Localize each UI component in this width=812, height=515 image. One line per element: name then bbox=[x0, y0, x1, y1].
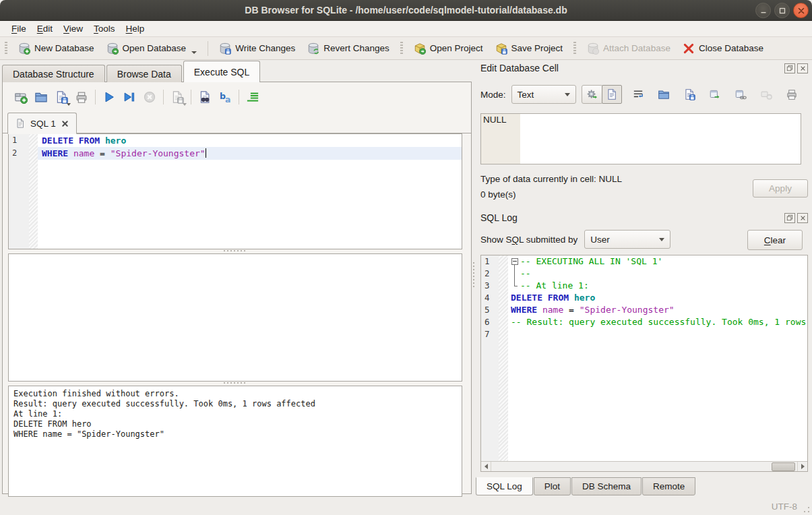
attach-database-icon bbox=[587, 42, 599, 55]
open-database-button[interactable]: Open Database bbox=[100, 40, 204, 57]
code-token: name bbox=[73, 148, 94, 158]
document-icon bbox=[15, 118, 26, 129]
toolbar-button-label: Open Project bbox=[430, 43, 483, 53]
new-database-button[interactable]: New Database bbox=[12, 40, 100, 57]
toolbar-separator bbox=[239, 90, 239, 104]
titlebar: DB Browser for SQLite - /home/user/code/… bbox=[0, 0, 812, 21]
log-line: WHERE name = "Spider-Youngster" bbox=[508, 304, 807, 316]
fold-marker-icon[interactable] bbox=[511, 255, 520, 268]
sql-doc-tab-label: SQL 1 bbox=[30, 119, 56, 129]
minimize-button[interactable] bbox=[755, 3, 771, 18]
export-file-button[interactable] bbox=[680, 86, 699, 103]
dock-tab-sql-log[interactable]: SQL Log bbox=[476, 477, 533, 495]
autocomplete-button[interactable]: ba bbox=[215, 88, 235, 106]
sql-log-filter-label: Show SQL submitted by bbox=[480, 235, 577, 245]
mode-select[interactable]: Text bbox=[511, 85, 576, 104]
text-document-button[interactable] bbox=[602, 85, 622, 104]
tab-database-structure[interactable]: Database Structure bbox=[2, 65, 105, 82]
find-button[interactable] bbox=[195, 88, 215, 106]
save-sql-file-icon bbox=[55, 90, 68, 104]
scrollbar-thumb[interactable] bbox=[772, 462, 795, 471]
scroll-right-icon[interactable] bbox=[797, 462, 807, 471]
close-database-button[interactable]: Close Database bbox=[677, 40, 770, 57]
text-document-icon bbox=[606, 88, 618, 100]
toolbar-separator bbox=[163, 90, 164, 104]
log-line-numbers: 1234567 bbox=[481, 255, 499, 471]
revert-changes-button[interactable]: Revert Changes bbox=[301, 40, 396, 57]
open-in-window-icon bbox=[709, 88, 721, 100]
execution-message-area[interactable]: Execution finished without errors. Resul… bbox=[8, 386, 462, 497]
code-token: -- At line 1: bbox=[520, 280, 589, 291]
execute-all-button[interactable] bbox=[99, 88, 119, 106]
dock-tab-remote[interactable]: Remote bbox=[642, 477, 695, 495]
sql-editor[interactable]: 12 DELETE FROM heroWHERE name = "Spider-… bbox=[8, 133, 462, 249]
print-icon bbox=[75, 90, 88, 104]
splitter-grid-messages[interactable] bbox=[8, 380, 462, 386]
word-wrap-button[interactable] bbox=[629, 86, 648, 103]
log-line: -- bbox=[508, 268, 807, 280]
new-database-icon bbox=[18, 42, 30, 55]
apply-button[interactable]: Apply bbox=[753, 179, 808, 198]
vertical-splitter[interactable] bbox=[473, 262, 474, 289]
float-icon[interactable] bbox=[784, 213, 795, 223]
right-pane: Edit Database Cell Mode: Text NULL Type … bbox=[475, 60, 812, 499]
editor-code[interactable]: DELETE FROM heroWHERE name = "Spider-You… bbox=[38, 134, 462, 249]
toolbar-button-label: Save Project bbox=[511, 43, 563, 53]
auto-format-button[interactable] bbox=[582, 85, 603, 104]
menu-view[interactable]: View bbox=[58, 22, 88, 35]
float-icon[interactable] bbox=[784, 63, 795, 73]
menu-help[interactable]: Help bbox=[121, 22, 150, 35]
code-line: DELETE FROM hero bbox=[38, 134, 462, 147]
write-changes-button[interactable]: Write Changes bbox=[213, 40, 301, 57]
code-token: hero bbox=[105, 135, 126, 146]
cell-toolbar bbox=[602, 85, 801, 104]
dock-tab-plot[interactable]: Plot bbox=[534, 477, 571, 495]
tab-close-icon[interactable] bbox=[61, 119, 69, 128]
open-project-button[interactable]: Open Project bbox=[408, 40, 489, 57]
splitter-editor-grid[interactable] bbox=[8, 248, 462, 253]
menu-edit[interactable]: Edit bbox=[32, 22, 58, 35]
scroll-left-icon[interactable] bbox=[481, 462, 491, 471]
cell-value-editor[interactable]: NULL bbox=[480, 113, 801, 164]
save-sql-file-button[interactable] bbox=[51, 88, 71, 106]
chevron-down-icon bbox=[191, 51, 197, 54]
toolbar-grip bbox=[573, 42, 576, 55]
execute-line-button[interactable] bbox=[119, 88, 139, 106]
statusbar: UTF-8 bbox=[0, 499, 812, 515]
sql-doc-tab[interactable]: SQL 1 bbox=[7, 113, 77, 134]
fold-marker-icon bbox=[511, 280, 520, 292]
open-sql-file-button[interactable] bbox=[31, 88, 51, 106]
open-tab-button[interactable] bbox=[11, 88, 31, 106]
code-token: DELETE FROM bbox=[511, 293, 569, 303]
log-horizontal-scrollbar[interactable] bbox=[481, 461, 807, 471]
menu-tools[interactable]: Tools bbox=[88, 22, 121, 35]
close-button[interactable] bbox=[793, 3, 809, 18]
maximize-button[interactable] bbox=[774, 3, 790, 18]
sql-editor-toolbar: ba bbox=[3, 82, 471, 112]
line-number: 4 bbox=[481, 292, 499, 304]
tab-execute-sql[interactable]: Execute SQL bbox=[183, 61, 261, 82]
print-cell-button[interactable] bbox=[782, 86, 801, 103]
dock-close-icon[interactable] bbox=[797, 213, 808, 223]
clear-button[interactable]: Clear bbox=[747, 230, 803, 250]
dock-tab-db-schema[interactable]: DB Schema bbox=[571, 477, 642, 495]
log-code: -- EXECUTING ALL IN 'SQL 1'---- At line … bbox=[508, 255, 807, 462]
log-filter-select[interactable]: User bbox=[584, 230, 670, 249]
results-grid[interactable] bbox=[8, 253, 462, 382]
import-file-button[interactable] bbox=[654, 86, 673, 103]
format-sql-icon bbox=[246, 90, 259, 104]
log-line: -- Result: query executed successfully. … bbox=[508, 316, 807, 328]
code-token bbox=[537, 305, 542, 315]
open-in-window-button[interactable] bbox=[706, 86, 724, 103]
format-sql-button[interactable] bbox=[243, 88, 263, 106]
tab-browse-data[interactable]: Browse Data bbox=[106, 65, 182, 82]
link-data-button[interactable] bbox=[731, 86, 750, 103]
code-token: "Spider-Youngster" bbox=[580, 305, 675, 315]
sql-log-view[interactable]: 1234567 -- EXECUTING ALL IN 'SQL 1'---- … bbox=[480, 255, 808, 472]
print-button[interactable] bbox=[71, 88, 92, 106]
encoding-indicator: UTF-8 bbox=[772, 502, 797, 512]
save-project-button[interactable]: Save Project bbox=[489, 40, 569, 57]
resize-grip[interactable] bbox=[803, 506, 810, 513]
menu-file[interactable]: File bbox=[6, 22, 32, 35]
dock-close-icon[interactable] bbox=[797, 63, 808, 73]
